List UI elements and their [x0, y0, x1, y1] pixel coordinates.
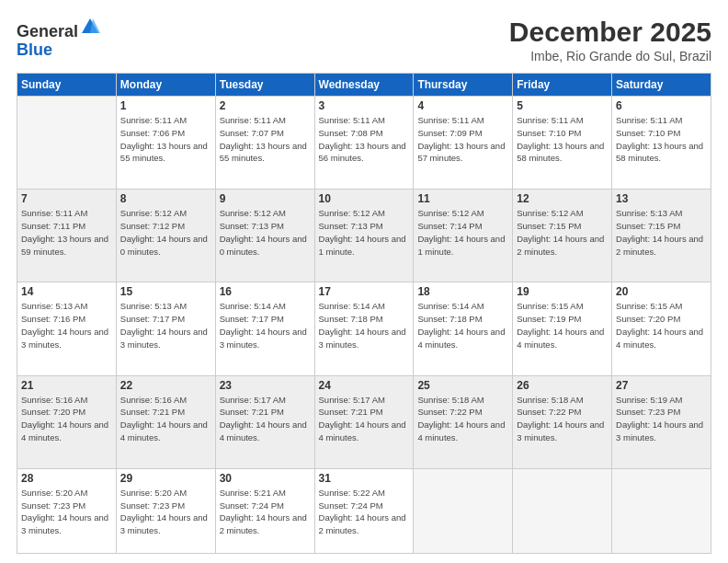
calendar-cell: 28Sunrise: 5:20 AMSunset: 7:23 PMDayligh… [17, 468, 117, 553]
day-number: 27 [616, 379, 707, 392]
day-info: Sunrise: 5:12 AMSunset: 7:13 PMDaylight:… [319, 207, 410, 258]
calendar-cell: 24Sunrise: 5:17 AMSunset: 7:21 PMDayligh… [314, 375, 414, 468]
day-info: Sunrise: 5:18 AMSunset: 7:22 PMDaylight:… [517, 394, 608, 444]
day-info: Sunrise: 5:18 AMSunset: 7:22 PMDaylight:… [417, 394, 508, 444]
calendar-cell: 20Sunrise: 5:15 AMSunset: 7:20 PMDayligh… [612, 282, 711, 375]
logo-icon [80, 17, 100, 37]
weekday-header-tuesday: Tuesday [215, 74, 314, 97]
calendar-cell: 3Sunrise: 5:11 AMSunset: 7:08 PMDaylight… [314, 97, 414, 190]
calendar-cell: 30Sunrise: 5:21 AMSunset: 7:24 PMDayligh… [215, 468, 314, 553]
title-block: December 2025 Imbe, Rio Grande do Sul, B… [509, 17, 711, 63]
day-info: Sunrise: 5:14 AMSunset: 7:18 PMDaylight:… [417, 300, 508, 350]
day-number: 18 [417, 285, 508, 298]
day-info: Sunrise: 5:20 AMSunset: 7:23 PMDaylight:… [120, 487, 211, 537]
day-info: Sunrise: 5:13 AMSunset: 7:17 PMDaylight:… [120, 300, 211, 350]
day-number: 10 [319, 192, 410, 205]
calendar-week-row: 21Sunrise: 5:16 AMSunset: 7:20 PMDayligh… [17, 375, 711, 468]
calendar-week-row: 7Sunrise: 5:11 AMSunset: 7:11 PMDaylight… [17, 190, 711, 282]
calendar-cell: 25Sunrise: 5:18 AMSunset: 7:22 PMDayligh… [414, 375, 513, 468]
day-number: 12 [517, 192, 608, 205]
weekday-header-friday: Friday [513, 74, 612, 97]
day-info: Sunrise: 5:17 AMSunset: 7:21 PMDaylight:… [220, 394, 311, 444]
day-number: 4 [417, 99, 508, 112]
day-number: 16 [220, 285, 311, 298]
calendar-cell: 18Sunrise: 5:14 AMSunset: 7:18 PMDayligh… [414, 282, 513, 375]
day-number: 28 [21, 472, 112, 485]
calendar-cell [414, 468, 513, 553]
day-number: 26 [517, 379, 608, 392]
calendar-cell: 7Sunrise: 5:11 AMSunset: 7:11 PMDaylight… [17, 190, 117, 282]
day-info: Sunrise: 5:13 AMSunset: 7:16 PMDaylight:… [21, 300, 112, 350]
calendar-table: SundayMondayTuesdayWednesdayThursdayFrid… [17, 73, 711, 554]
day-number: 21 [21, 379, 112, 392]
page: General Blue December 2025 Imbe, Rio Gra… [0, 0, 728, 563]
calendar-cell: 6Sunrise: 5:11 AMSunset: 7:10 PMDaylight… [612, 97, 711, 190]
calendar-week-row: 14Sunrise: 5:13 AMSunset: 7:16 PMDayligh… [17, 282, 711, 375]
calendar-subtitle: Imbe, Rio Grande do Sul, Brazil [509, 49, 711, 63]
calendar-cell: 16Sunrise: 5:14 AMSunset: 7:17 PMDayligh… [215, 282, 314, 375]
day-info: Sunrise: 5:11 AMSunset: 7:10 PMDaylight:… [517, 114, 608, 165]
calendar-cell: 21Sunrise: 5:16 AMSunset: 7:20 PMDayligh… [17, 375, 117, 468]
day-info: Sunrise: 5:12 AMSunset: 7:12 PMDaylight:… [120, 207, 211, 258]
day-number: 5 [517, 99, 608, 112]
day-number: 15 [120, 285, 211, 298]
calendar-cell [612, 468, 711, 553]
day-info: Sunrise: 5:11 AMSunset: 7:07 PMDaylight:… [220, 114, 311, 165]
calendar-cell: 27Sunrise: 5:19 AMSunset: 7:23 PMDayligh… [612, 375, 711, 468]
calendar-cell: 14Sunrise: 5:13 AMSunset: 7:16 PMDayligh… [17, 282, 117, 375]
day-number: 7 [21, 192, 112, 205]
day-info: Sunrise: 5:14 AMSunset: 7:17 PMDaylight:… [220, 300, 311, 350]
day-number: 14 [21, 285, 112, 298]
weekday-header-row: SundayMondayTuesdayWednesdayThursdayFrid… [17, 74, 711, 97]
day-number: 30 [220, 472, 311, 485]
logo-general-text: General [17, 22, 78, 40]
day-info: Sunrise: 5:16 AMSunset: 7:21 PMDaylight:… [120, 394, 211, 444]
day-number: 20 [616, 285, 707, 298]
calendar-cell: 15Sunrise: 5:13 AMSunset: 7:17 PMDayligh… [116, 282, 215, 375]
day-info: Sunrise: 5:16 AMSunset: 7:20 PMDaylight:… [21, 394, 112, 444]
day-number: 6 [616, 99, 707, 112]
logo-blue-text: Blue [17, 40, 52, 59]
day-info: Sunrise: 5:11 AMSunset: 7:09 PMDaylight:… [417, 114, 508, 165]
calendar-cell: 29Sunrise: 5:20 AMSunset: 7:23 PMDayligh… [116, 468, 215, 553]
header: General Blue December 2025 Imbe, Rio Gra… [17, 17, 711, 63]
day-number: 13 [616, 192, 707, 205]
calendar-cell: 5Sunrise: 5:11 AMSunset: 7:10 PMDaylight… [513, 97, 612, 190]
day-number: 2 [220, 99, 311, 112]
calendar-week-row: 28Sunrise: 5:20 AMSunset: 7:23 PMDayligh… [17, 468, 711, 553]
day-info: Sunrise: 5:12 AMSunset: 7:14 PMDaylight:… [417, 207, 508, 258]
logo: General Blue [17, 17, 100, 60]
day-number: 29 [120, 472, 211, 485]
day-info: Sunrise: 5:15 AMSunset: 7:20 PMDaylight:… [616, 300, 707, 350]
day-number: 24 [319, 379, 410, 392]
calendar-cell: 19Sunrise: 5:15 AMSunset: 7:19 PMDayligh… [513, 282, 612, 375]
calendar-cell: 23Sunrise: 5:17 AMSunset: 7:21 PMDayligh… [215, 375, 314, 468]
day-info: Sunrise: 5:20 AMSunset: 7:23 PMDaylight:… [21, 487, 112, 537]
day-number: 8 [120, 192, 211, 205]
calendar-cell: 1Sunrise: 5:11 AMSunset: 7:06 PMDaylight… [116, 97, 215, 190]
calendar-week-row: 1Sunrise: 5:11 AMSunset: 7:06 PMDaylight… [17, 97, 711, 190]
weekday-header-monday: Monday [116, 74, 215, 97]
calendar-cell: 9Sunrise: 5:12 AMSunset: 7:13 PMDaylight… [215, 190, 314, 282]
day-number: 11 [417, 192, 508, 205]
calendar-cell: 4Sunrise: 5:11 AMSunset: 7:09 PMDaylight… [414, 97, 513, 190]
calendar-cell: 26Sunrise: 5:18 AMSunset: 7:22 PMDayligh… [513, 375, 612, 468]
day-number: 31 [319, 472, 410, 485]
day-number: 22 [120, 379, 211, 392]
day-info: Sunrise: 5:15 AMSunset: 7:19 PMDaylight:… [517, 300, 608, 350]
day-info: Sunrise: 5:22 AMSunset: 7:24 PMDaylight:… [319, 487, 410, 537]
day-number: 9 [220, 192, 311, 205]
calendar-cell: 12Sunrise: 5:12 AMSunset: 7:15 PMDayligh… [513, 190, 612, 282]
day-info: Sunrise: 5:12 AMSunset: 7:13 PMDaylight:… [220, 207, 311, 258]
weekday-header-wednesday: Wednesday [314, 74, 414, 97]
day-number: 3 [319, 99, 410, 112]
calendar-cell: 17Sunrise: 5:14 AMSunset: 7:18 PMDayligh… [314, 282, 414, 375]
day-info: Sunrise: 5:11 AMSunset: 7:10 PMDaylight:… [616, 114, 707, 165]
calendar-cell: 2Sunrise: 5:11 AMSunset: 7:07 PMDaylight… [215, 97, 314, 190]
day-info: Sunrise: 5:19 AMSunset: 7:23 PMDaylight:… [616, 394, 707, 444]
day-info: Sunrise: 5:14 AMSunset: 7:18 PMDaylight:… [319, 300, 410, 350]
day-number: 17 [319, 285, 410, 298]
svg-marker-1 [90, 18, 100, 33]
day-info: Sunrise: 5:13 AMSunset: 7:15 PMDaylight:… [616, 207, 707, 258]
day-info: Sunrise: 5:11 AMSunset: 7:11 PMDaylight:… [21, 207, 112, 258]
